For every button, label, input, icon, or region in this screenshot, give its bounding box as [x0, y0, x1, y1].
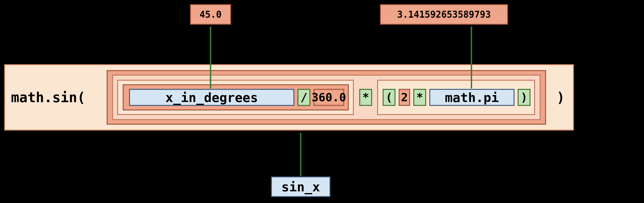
arrow-sinx-result [0, 0, 644, 203]
